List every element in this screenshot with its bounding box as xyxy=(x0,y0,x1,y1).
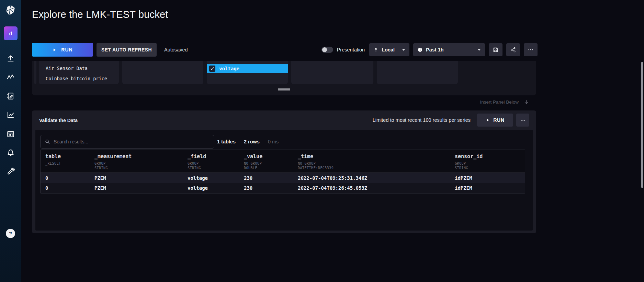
rows-count: 2 rows xyxy=(244,139,260,144)
autosaved-status: Autosaved xyxy=(164,47,188,52)
column-header: _value NO GROUP DOUBLE xyxy=(244,154,298,170)
sidebar: d ? xyxy=(0,0,21,282)
toolbar-right: Presentation Local Past 1h xyxy=(321,43,538,57)
builder-column-empty xyxy=(377,61,458,84)
run-button[interactable]: RUN xyxy=(32,43,93,57)
share-icon xyxy=(510,47,516,53)
query-time: 0 ms xyxy=(268,139,279,144)
arrow-down-icon xyxy=(524,99,529,105)
table-header: table _RESULT _measurement GROUP STRING … xyxy=(41,150,525,173)
ellipsis-icon xyxy=(528,47,534,53)
validate-more-button[interactable] xyxy=(516,114,529,127)
results-toolbar: 1 tables 2 rows 0 ms xyxy=(40,135,279,149)
tables-count: 1 tables xyxy=(217,139,236,144)
chevron-down-icon xyxy=(477,49,481,51)
play-icon xyxy=(486,118,490,122)
column-header: table _RESULT xyxy=(45,154,94,170)
data-explorer-icon[interactable] xyxy=(6,73,15,82)
tasks-calendar-icon[interactable] xyxy=(6,129,15,138)
validate-run-button[interactable]: RUN xyxy=(477,114,513,127)
builder-column-fields: voltage xyxy=(207,61,288,84)
builder-column-empty xyxy=(122,61,203,84)
save-icon xyxy=(493,47,499,53)
checkbox-checked-icon[interactable] xyxy=(209,66,215,72)
query-builder-panel: Air Sensor Data Coinbase bitcoin price v… xyxy=(32,61,536,95)
save-button[interactable] xyxy=(489,43,502,56)
alerts-bell-icon[interactable] xyxy=(6,148,15,157)
field-label: voltage xyxy=(219,66,239,71)
table-row: 0 PZEM voltage 230 2022-07-04T09:26:45.0… xyxy=(41,183,525,193)
share-button[interactable] xyxy=(506,43,520,56)
toolbar-left: RUN SET AUTO REFRESH Autosaved xyxy=(32,43,188,57)
search-icon xyxy=(45,139,50,144)
page-title: Explore the LMK-TEST bucket xyxy=(32,9,168,20)
builder-columns: Air Sensor Data Coinbase bitcoin price v… xyxy=(32,61,536,84)
ellipsis-icon xyxy=(520,117,526,123)
chevron-down-icon xyxy=(402,49,405,51)
dashboards-icon[interactable] xyxy=(6,110,15,119)
help-label: ? xyxy=(9,231,12,236)
validate-title: Validate the Data xyxy=(39,118,78,123)
list-item-bucket[interactable]: Air Sensor Data xyxy=(39,63,119,73)
sidebar-nav xyxy=(6,54,15,176)
presentation-toggle[interactable] xyxy=(321,47,333,53)
results-table: table _RESULT _measurement GROUP STRING … xyxy=(40,150,525,193)
play-icon xyxy=(52,48,57,52)
panel-resize-handle[interactable] xyxy=(278,89,290,92)
insert-panel-below[interactable]: Insert Panel Below xyxy=(480,99,529,105)
list-item-bucket[interactable]: Coinbase bitcoin price xyxy=(39,73,119,84)
source-dropdown[interactable]: Local xyxy=(369,43,409,56)
time-range-dropdown[interactable]: Past 1h xyxy=(413,43,485,56)
results-container: 1 tables 2 rows 0 ms table _RESULT _meas… xyxy=(35,130,533,231)
table-row: 0 PZEM voltage 230 2022-07-04T09:25:31.3… xyxy=(41,173,525,183)
avatar-letter: d xyxy=(9,31,12,36)
upload-icon[interactable] xyxy=(6,54,15,63)
builder-column-empty xyxy=(291,61,373,84)
validate-panel: Validate the Data Limited to most recent… xyxy=(32,110,536,233)
time-range-label: Past 1h xyxy=(426,47,444,52)
run-label: RUN xyxy=(61,47,72,52)
search-input[interactable] xyxy=(54,139,210,144)
presentation-label: Presentation xyxy=(337,47,365,52)
column-header: _field GROUP STRING xyxy=(188,154,244,170)
column-header: _time NO GROUP DATETIME:RFC3339 xyxy=(298,154,455,170)
org-avatar[interactable]: d xyxy=(4,26,18,40)
field-item-voltage[interactable]: voltage xyxy=(207,64,288,73)
validate-header-right: Limited to most recent 100 results per s… xyxy=(373,114,529,127)
search-box[interactable] xyxy=(40,135,214,149)
insert-panel-label: Insert Panel Below xyxy=(480,99,519,105)
settings-wrench-icon[interactable] xyxy=(6,167,15,176)
scrollbar-thumb[interactable] xyxy=(641,62,643,188)
builder-column-buckets: Air Sensor Data Coinbase bitcoin price xyxy=(39,61,119,84)
validate-run-label: RUN xyxy=(493,117,505,123)
column-header: _measurement GROUP STRING xyxy=(94,154,188,170)
source-label: Local xyxy=(382,47,395,52)
set-auto-refresh-button[interactable]: SET AUTO REFRESH xyxy=(97,43,157,57)
notebooks-icon[interactable] xyxy=(6,92,15,101)
more-options-button[interactable] xyxy=(524,43,538,56)
limit-note: Limited to most recent 100 results per s… xyxy=(373,117,471,123)
app-root: d ? xyxy=(0,0,644,282)
influxdb-logo-icon[interactable] xyxy=(5,4,16,16)
help-button[interactable]: ? xyxy=(6,229,15,238)
toggle-knob xyxy=(322,47,327,52)
column-header: sensor_id GROUP STRING xyxy=(455,154,525,170)
builder-column-edge xyxy=(34,61,36,84)
pin-icon xyxy=(373,47,379,52)
clock-icon xyxy=(417,47,423,52)
